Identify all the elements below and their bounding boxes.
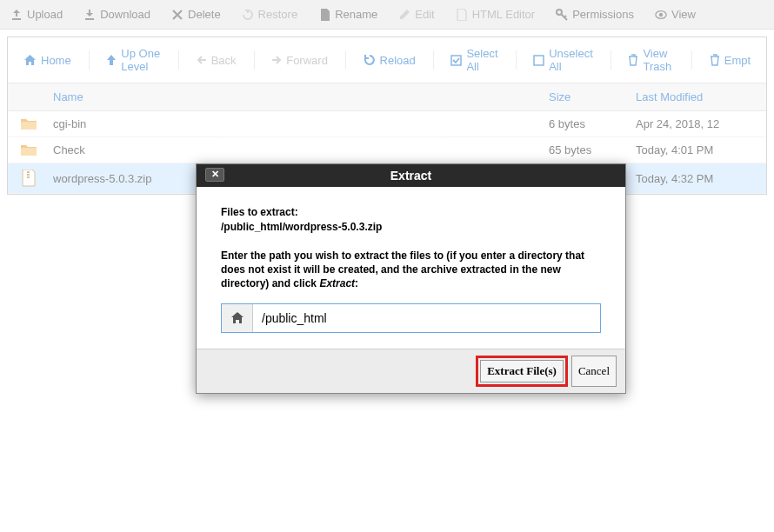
extract-modal: ✕ Extract Files to extract: /public_html… <box>196 163 626 394</box>
path-input-wrap <box>221 303 601 333</box>
folder-icon <box>21 143 37 156</box>
rename-button[interactable]: Rename <box>308 4 388 24</box>
restore-button[interactable]: Restore <box>231 4 309 24</box>
eye-icon <box>655 9 667 21</box>
delete-icon <box>171 9 183 21</box>
files-to-extract-path: /public_html/wordpress-5.0.3.zip <box>221 221 601 233</box>
unselect-all-button[interactable]: Unselect All <box>524 43 602 77</box>
delete-button[interactable]: Delete <box>161 4 231 24</box>
svg-rect-4 <box>534 56 544 65</box>
upload-button[interactable]: Upload <box>0 4 73 24</box>
select-all-label: Select All <box>466 47 497 73</box>
nav-toolbar: Home Up One Level Back Forward Reload Se… <box>8 37 766 83</box>
download-button[interactable]: Download <box>73 4 161 24</box>
up-label: Up One Level <box>121 47 161 73</box>
modal-footer: Extract File(s) Cancel <box>197 349 625 393</box>
permissions-label: Permissions <box>572 8 634 21</box>
separator <box>433 50 434 70</box>
file-size: 6 bytes <box>549 117 636 130</box>
svg-rect-7 <box>27 176 30 178</box>
download-icon <box>83 9 96 21</box>
file-row[interactable]: cgi-bin 6 bytes Apr 24, 2018, 12 <box>8 111 766 137</box>
file-modified: Apr 24, 2018, 12 <box>636 117 766 130</box>
back-icon <box>197 55 207 65</box>
col-name-header[interactable]: Name <box>50 90 549 103</box>
view-button[interactable]: View <box>644 4 706 24</box>
empty-trash-label: Empt <box>724 54 751 67</box>
permissions-button[interactable]: Permissions <box>545 4 644 24</box>
extract-files-button[interactable]: Extract File(s) <box>480 360 564 382</box>
top-toolbar: Upload Download Delete Restore Rename Ed… <box>0 0 774 30</box>
table-header: Name Size Last Modified <box>8 83 766 111</box>
select-all-button[interactable]: Select All <box>442 43 506 77</box>
html-editor-icon <box>456 9 468 21</box>
unselect-all-icon <box>533 55 544 66</box>
file-icon-cell <box>8 117 50 130</box>
home-icon <box>23 54 37 66</box>
home-button[interactable]: Home <box>15 50 80 71</box>
delete-label: Delete <box>188 8 221 21</box>
file-icon-cell <box>8 143 50 156</box>
col-icon-header <box>8 90 50 103</box>
file-modified: Today, 4:01 PM <box>636 143 766 156</box>
rename-label: Rename <box>335 8 377 21</box>
zip-icon <box>22 170 36 187</box>
restore-label: Restore <box>258 8 298 21</box>
home-icon[interactable] <box>222 304 253 332</box>
reload-label: Reload <box>380 54 416 67</box>
modal-titlebar: ✕ Extract <box>197 164 625 187</box>
separator <box>345 50 346 70</box>
view-trash-button[interactable]: View Trash <box>619 43 683 77</box>
edit-button[interactable]: Edit <box>388 4 444 24</box>
download-label: Download <box>100 8 150 21</box>
svg-point-2 <box>659 12 663 16</box>
instruction-text: Enter the path you wish to extract the f… <box>221 249 584 289</box>
up-one-level-button[interactable]: Up One Level <box>97 43 170 77</box>
empty-trash-button[interactable]: Empt <box>701 50 759 71</box>
trash-icon <box>628 54 638 66</box>
file-modified: Today, 4:32 PM <box>636 172 766 185</box>
view-label: View <box>671 8 696 21</box>
back-button[interactable]: Back <box>188 50 245 71</box>
forward-label: Forward <box>286 54 328 67</box>
home-label: Home <box>41 54 71 67</box>
rename-icon <box>318 9 330 21</box>
separator <box>178 50 179 70</box>
trash-icon <box>710 54 720 66</box>
separator <box>611 50 611 70</box>
forward-button[interactable]: Forward <box>263 50 337 71</box>
instruction-emphasis: Extract <box>319 277 355 289</box>
back-label: Back <box>211 54 237 67</box>
separator <box>516 50 517 70</box>
svg-rect-6 <box>27 174 30 176</box>
html-editor-button[interactable]: HTML Editor <box>445 4 545 24</box>
forward-icon <box>271 55 282 65</box>
separator <box>691 50 692 70</box>
cancel-button[interactable]: Cancel <box>571 356 617 387</box>
separator <box>254 50 255 70</box>
svg-rect-5 <box>27 171 30 173</box>
file-size: 65 bytes <box>549 143 636 156</box>
select-all-icon <box>450 55 462 66</box>
files-to-extract-label: Files to extract: <box>221 206 601 218</box>
edit-icon <box>398 9 410 21</box>
folder-icon <box>21 117 37 130</box>
file-row[interactable]: Check 65 bytes Today, 4:01 PM <box>8 137 766 163</box>
separator <box>89 50 90 70</box>
reload-button[interactable]: Reload <box>355 50 424 71</box>
modal-body: Files to extract: /public_html/wordpress… <box>197 187 625 349</box>
edit-label: Edit <box>415 8 434 21</box>
view-trash-label: View Trash <box>643 47 674 73</box>
extract-instruction: Enter the path you wish to extract the f… <box>221 249 601 291</box>
col-modified-header[interactable]: Last Modified <box>636 90 766 103</box>
key-icon <box>556 9 568 21</box>
close-icon[interactable]: ✕ <box>205 168 224 182</box>
extract-button-highlight: Extract File(s) <box>476 356 568 387</box>
reload-icon <box>364 54 376 66</box>
up-icon <box>106 54 117 66</box>
file-name: Check <box>50 143 549 156</box>
upload-icon <box>10 9 23 21</box>
col-size-header[interactable]: Size <box>549 90 636 103</box>
modal-title: Extract <box>390 169 431 183</box>
extract-path-input[interactable] <box>253 304 600 332</box>
